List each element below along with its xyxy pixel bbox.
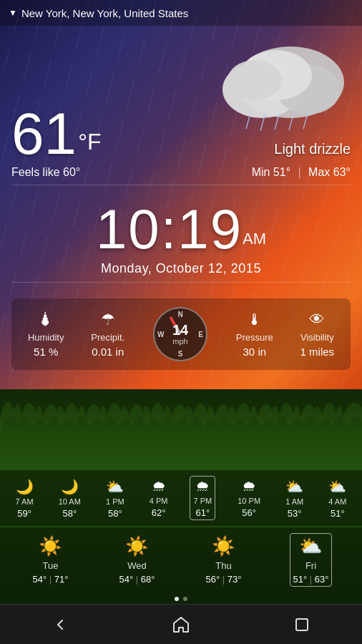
page-dots bbox=[0, 592, 362, 604]
daily-day-2: Thu bbox=[215, 560, 231, 571]
compass-center: 14 mph bbox=[172, 323, 188, 346]
daily-item-0: ☀️ Tue 54° | 71° bbox=[30, 534, 72, 586]
humidity-value: 51 % bbox=[34, 346, 58, 358]
temp-row: 61°F Light drizzle bbox=[11, 104, 351, 163]
precipitation-item: ☂ Precipit. 0.01 in bbox=[91, 311, 124, 358]
location-text[interactable]: New York, New York, United States bbox=[21, 7, 188, 19]
hourly-temp-2: 58° bbox=[108, 508, 122, 519]
big-temperature: 61 bbox=[11, 101, 77, 166]
location-arrow-icon: ▼ bbox=[9, 8, 17, 18]
separator-2 bbox=[11, 282, 351, 283]
hourly-time-3: 4 PM bbox=[150, 497, 168, 505]
details-row: 🌢 Humidity 51 % ☂ Precipit. 0.01 in N S … bbox=[11, 298, 351, 370]
pressure-label: Pressure bbox=[236, 332, 273, 343]
back-button[interactable] bbox=[42, 610, 78, 639]
daily-icon-2: ☀️ bbox=[212, 535, 235, 557]
hourly-icon-7: ⛅ bbox=[328, 478, 346, 495]
wind-item: N S E W 14 mph bbox=[152, 306, 209, 363]
dot-2 bbox=[183, 597, 187, 601]
condition-text: Light drizzle bbox=[274, 141, 351, 157]
hourly-item-6: ⛅ 1 AM 53° bbox=[283, 477, 306, 520]
precipitation-icon: ☂ bbox=[101, 311, 115, 329]
daily-day-3: Fri bbox=[305, 560, 316, 571]
compass-circle: N S E W 14 mph bbox=[153, 307, 207, 361]
hourly-temp-3: 62° bbox=[152, 507, 166, 518]
compass-west: W bbox=[157, 331, 164, 338]
compass-south: S bbox=[178, 350, 183, 358]
compass-north: N bbox=[177, 311, 182, 318]
compass: N S E W 14 mph bbox=[152, 306, 209, 363]
hourly-item-0: 🌙 7 AM 59° bbox=[13, 477, 36, 520]
hourly-icon-2: ⛅ bbox=[106, 478, 124, 495]
daily-icon-3: ⛅ bbox=[299, 535, 322, 557]
visibility-icon: 👁 bbox=[309, 311, 325, 329]
daily-section: ☀️ Tue 54° | 71° ☀️ Wed 54° | 68° ☀️ Thu… bbox=[0, 527, 362, 592]
hourly-time-1: 10 AM bbox=[59, 497, 81, 506]
time-big: 10:19 bbox=[96, 197, 243, 260]
daily-temps-3: 51° | 63° bbox=[293, 574, 329, 585]
hourly-item-3: 🌧 4 PM 62° bbox=[147, 477, 171, 519]
wind-speed: 14 bbox=[172, 323, 188, 337]
humidity-label: Humidity bbox=[28, 332, 64, 343]
daily-item-3: ⛅ Fri 51° | 63° bbox=[290, 533, 333, 587]
weather-card: 61°F Light drizzle Feels like 60° Min 51… bbox=[0, 26, 362, 463]
nav-bar bbox=[0, 604, 362, 644]
hourly-item-2: ⛅ 1 PM 58° bbox=[103, 477, 127, 520]
humidity-item: 🌢 Humidity 51 % bbox=[28, 311, 64, 358]
temperature-unit: °F bbox=[78, 129, 101, 155]
hourly-icon-3: 🌧 bbox=[152, 478, 166, 494]
feels-like: Feels like 60° bbox=[11, 166, 80, 179]
daily-temps-0: 54° | 71° bbox=[33, 574, 69, 585]
temperature-display: 61°F bbox=[11, 104, 102, 163]
daily-item-1: ☀️ Wed 54° | 68° bbox=[117, 534, 158, 586]
dot-1 bbox=[175, 597, 179, 601]
precipitation-value: 0.01 in bbox=[92, 346, 124, 358]
hourly-section: 🌙 7 AM 59° 🌙 10 AM 58° ⛅ 1 PM 58° 🌧 4 PM… bbox=[0, 470, 362, 526]
daily-day-1: Wed bbox=[127, 560, 147, 571]
hourly-time-0: 7 AM bbox=[16, 497, 34, 506]
daily-day-0: Tue bbox=[43, 560, 59, 571]
compass-east: E bbox=[198, 331, 203, 338]
wind-unit: mph bbox=[172, 337, 187, 346]
hourly-item-5: 🌧 10 PM 56° bbox=[235, 477, 263, 519]
precipitation-label: Precipit. bbox=[91, 332, 124, 343]
top-bar: ▼ New York, New York, United States bbox=[0, 0, 362, 26]
hourly-icon-1: 🌙 bbox=[61, 478, 79, 495]
hourly-icon-4: 🌧 bbox=[195, 478, 210, 494]
daily-temps-1: 54° | 68° bbox=[119, 574, 155, 585]
pressure-item: 🌡 Pressure 30 in bbox=[236, 311, 273, 358]
visibility-label: Visibility bbox=[300, 332, 334, 343]
visibility-item: 👁 Visibility 1 miles bbox=[300, 311, 335, 358]
hourly-icon-0: 🌙 bbox=[16, 478, 34, 495]
home-button[interactable] bbox=[163, 610, 199, 639]
daily-icon-1: ☀️ bbox=[125, 535, 148, 557]
min-max: Min 51° | Max 63° bbox=[252, 166, 351, 179]
date-display: Monday, October 12, 2015 bbox=[11, 261, 351, 276]
hourly-item-4: 🌧 7 PM 61° bbox=[190, 476, 215, 520]
time-ampm: AM bbox=[243, 230, 266, 248]
hourly-temp-0: 59° bbox=[17, 508, 31, 519]
svg-rect-13 bbox=[296, 619, 308, 630]
feels-row: Feels like 60° Min 51° | Max 63° bbox=[11, 166, 351, 179]
time-display: 10:19AM bbox=[11, 201, 351, 257]
hourly-time-5: 10 PM bbox=[238, 497, 260, 505]
humidity-icon: 🌢 bbox=[38, 311, 54, 329]
separator-1 bbox=[11, 185, 351, 185]
hourly-time-7: 4 AM bbox=[328, 497, 346, 506]
hourly-row: 🌙 7 AM 59° 🌙 10 AM 58° ⛅ 1 PM 58° 🌧 4 PM… bbox=[3, 476, 359, 520]
pressure-icon: 🌡 bbox=[247, 311, 263, 329]
hourly-icon-6: ⛅ bbox=[285, 478, 303, 495]
hourly-temp-7: 51° bbox=[331, 508, 345, 519]
daily-icon-0: ☀️ bbox=[39, 535, 62, 557]
visibility-value: 1 miles bbox=[300, 346, 335, 358]
daily-row: ☀️ Tue 54° | 71° ☀️ Wed 54° | 68° ☀️ Thu… bbox=[7, 533, 355, 587]
pressure-value: 30 in bbox=[243, 346, 267, 358]
hourly-temp-1: 58° bbox=[62, 508, 77, 519]
hourly-temp-6: 53° bbox=[288, 508, 302, 519]
daily-temps-2: 56° | 73° bbox=[206, 574, 242, 585]
recents-button[interactable] bbox=[284, 610, 320, 639]
hourly-temp-4: 61° bbox=[195, 507, 210, 518]
hourly-item-7: ⛅ 4 AM 51° bbox=[326, 477, 349, 520]
hourly-time-2: 1 PM bbox=[106, 497, 124, 506]
hourly-temp-5: 56° bbox=[242, 507, 256, 518]
